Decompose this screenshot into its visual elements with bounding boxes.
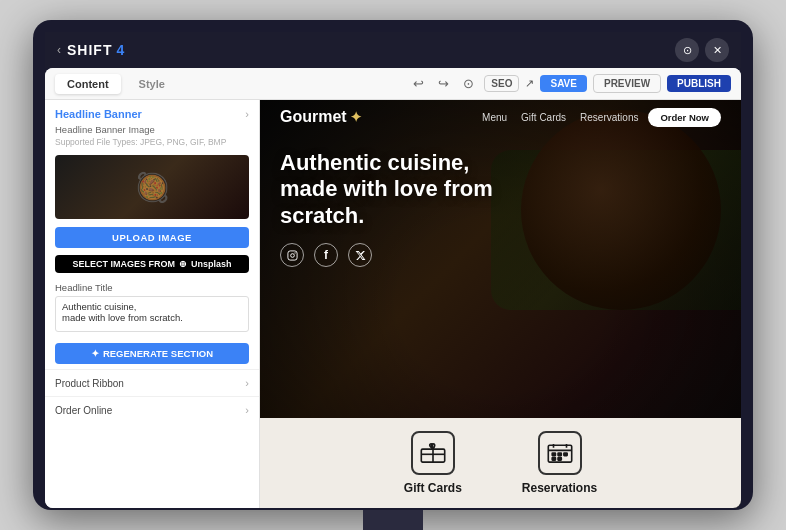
product-ribbon-chevron-icon: › [245,377,249,389]
order-online-label: Order Online [55,405,112,416]
reservations-label: Reservations [522,481,597,495]
seo-button[interactable]: SEO [484,75,519,92]
hero-headline: Authentic cuisine, made with love from s… [280,150,521,229]
headline-title-section: Headline Title Authentic cuisine, made w… [45,276,259,338]
redo-button[interactable]: ↪ [434,74,453,93]
svg-rect-10 [552,453,555,456]
hero-headline-line1: Authentic cuisine, [280,150,521,176]
monitor-screen: Content Style ↩ ↪ ⊙ SEO ↗ SAVE PREVIEW P… [45,68,741,508]
hero-headline-line2: made with love from scratch. [280,176,521,229]
unsplash-brand: Unsplash [191,259,232,269]
facebook-letter: f [324,248,328,262]
product-ribbon-item[interactable]: Product Ribbon › [45,369,259,396]
gift-cards-feature[interactable]: Gift Cards [404,431,462,495]
svg-rect-12 [563,453,566,456]
top-bar-left: ‹ SHIFT4 [57,42,125,58]
section-chevron-icon: › [245,108,249,120]
svg-rect-11 [558,453,561,456]
nav-gift-cards-link[interactable]: Gift Cards [521,112,566,123]
toolbar-row: Content Style ↩ ↪ ⊙ SEO ↗ SAVE PREVIEW P… [45,68,741,100]
facebook-icon[interactable]: f [314,243,338,267]
site-logo-text: Gourmet [280,108,347,126]
unsplash-prefix: SELECT IMAGES FROM [72,259,175,269]
regenerate-icon: ✦ [91,348,99,359]
brand-name: SHIFT [67,42,112,58]
supported-types-label: Supported File Types: JPEG, PNG, GIF, BM… [45,137,259,151]
brand-number: 4 [116,42,125,58]
top-bar-actions: ⊙ ✕ [675,38,729,62]
regenerate-button[interactable]: ✦ REGENERATE SECTION [55,343,249,364]
nav-menu-link[interactable]: Menu [482,112,507,123]
gift-card-icon-box [411,431,455,475]
main-canvas: Gourmet ✦ Menu Gift Cards Reservations O… [260,100,741,508]
back-chevron-icon[interactable]: ‹ [57,43,61,57]
site-logo: Gourmet ✦ [280,108,362,126]
preview-button[interactable]: PREVIEW [593,74,661,93]
stand-neck [363,510,423,530]
save-button[interactable]: SAVE [540,75,587,92]
left-sidebar: Headline Banner › Headline Banner Image … [45,100,260,508]
top-bar: ‹ SHIFT4 ⊙ ✕ [45,32,741,68]
toolbar-actions: ↩ ↪ ⊙ SEO ↗ SAVE PREVIEW PUBLISH [409,74,731,93]
feature-section: Gift Cards [260,418,741,508]
site-order-button[interactable]: Order Now [648,108,721,127]
hero-content: Authentic cuisine, made with love from s… [280,150,521,267]
unsplash-icon: ⊕ [179,259,187,269]
monitor-stand [45,510,741,530]
headline-title-label: Headline Title [55,282,249,293]
close-icon[interactable]: ✕ [705,38,729,62]
undo-button[interactable]: ↩ [409,74,428,93]
gift-cards-label: Gift Cards [404,481,462,495]
reservations-feature[interactable]: Reservations [522,431,597,495]
x-twitter-icon[interactable] [348,243,372,267]
svg-rect-14 [558,458,561,461]
order-online-item[interactable]: Order Online › [45,396,259,423]
food-bowl-visual [521,110,721,310]
site-nav-links: Menu Gift Cards Reservations [482,112,638,123]
svg-rect-0 [287,251,296,260]
image-gradient: 🥘 [55,155,249,219]
svg-rect-13 [552,458,555,461]
history-button[interactable]: ⊙ [459,74,478,93]
content-tab[interactable]: Content [55,74,121,94]
banner-image-label: Headline Banner Image [45,124,259,137]
social-icons: f [280,243,521,267]
upload-image-button[interactable]: UPLOAD IMAGE [55,227,249,248]
image-preview[interactable]: 🥘 [55,155,249,219]
brand-logo: SHIFT4 [67,42,125,58]
instagram-icon[interactable] [280,243,304,267]
website-preview: Gourmet ✦ Menu Gift Cards Reservations O… [260,100,741,508]
site-nav: Gourmet ✦ Menu Gift Cards Reservations O… [260,100,741,134]
headline-banner-section: Headline Banner › [45,100,259,124]
unsplash-button[interactable]: SELECT IMAGES FROM ⊕ Unsplash [55,255,249,273]
order-online-chevron-icon: › [245,404,249,416]
settings-icon[interactable]: ⊙ [675,38,699,62]
food-preview-icon: 🥘 [135,171,170,204]
regenerate-label: REGENERATE SECTION [103,348,213,359]
site-logo-star: ✦ [350,109,362,125]
editor-layout: Headline Banner › Headline Banner Image … [45,100,741,508]
svg-point-1 [290,253,294,257]
monitor: ‹ SHIFT4 ⊙ ✕ Content Style ↩ ↪ ⊙ SEO ↗ S… [33,20,753,510]
external-link-icon[interactable]: ↗ [525,77,534,90]
headline-textarea[interactable]: Authentic cuisine, made with love from s… [55,296,249,332]
headline-banner-label: Headline Banner [55,108,142,120]
reservations-icon-box [538,431,582,475]
style-tab[interactable]: Style [127,74,177,94]
product-ribbon-label: Product Ribbon [55,378,124,389]
nav-reservations-link[interactable]: Reservations [580,112,638,123]
publish-button[interactable]: PUBLISH [667,75,731,92]
